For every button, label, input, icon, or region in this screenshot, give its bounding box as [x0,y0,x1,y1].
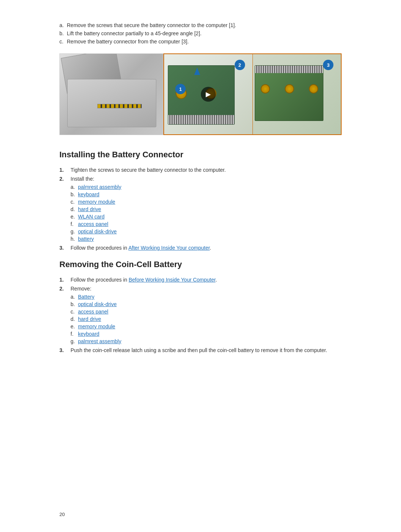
install-steps-list: 1. Tighten the screws to secure the batt… [59,167,342,251]
instruction-images: 1 2 ▶ 3 [59,53,342,135]
install-step-3: 3. Follow the procedures in After Workin… [59,245,342,251]
keyboard-remove-link[interactable]: keyboard [78,331,100,337]
hard-drive-link[interactable]: hard drive [78,206,101,212]
install-item-b: keyboard [71,191,342,197]
laptop-overview-image [59,53,163,135]
palmrest-assembly-remove-link[interactable]: palmrest assembly [78,338,121,344]
palmrest-assembly-link[interactable]: palmrest assembly [78,184,121,190]
access-panel-link[interactable]: access panel [78,221,108,227]
hard-drive-remove-link[interactable]: hard drive [78,316,101,322]
access-panel-remove-link[interactable]: access panel [78,309,108,315]
memory-module-remove-link[interactable]: memory module [78,324,115,329]
step-badge-2: 2 [235,60,245,70]
remove-item-a: Battery [71,294,342,300]
remove-step-1-text: Follow the procedures in [71,277,127,283]
remove-item-f: keyboard [71,331,342,337]
section2-title: Removing the Coin-Cell Battery [59,260,342,269]
remove-sub-list: Battery optical disk-drive access panel … [71,294,342,344]
battery-link[interactable]: battery [78,236,94,242]
after-working-link[interactable]: After Working Inside Your computer [128,245,210,251]
remove-step-1: 1. Follow the procedures in Before Worki… [59,277,342,283]
install-item-c: memory module [71,199,342,205]
install-step-1: 1. Tighten the screws to secure the batt… [59,167,342,173]
remove-step-3-text: Push the coin-cell release latch using a… [71,347,327,353]
connector-strip-illustration [97,104,142,108]
step-a-text: Remove the screws that secure the batter… [67,22,236,28]
install-item-e: WLAN card [71,214,342,220]
copper-pad-r3 [309,84,318,93]
step-c: Remove the battery connector from the co… [59,39,342,45]
section1-title: Installing the Battery Connector [59,150,342,160]
remove-item-c: access panel [71,309,342,315]
keyboard-link[interactable]: keyboard [78,191,100,197]
install-item-g: optical disk-drive [71,229,342,234]
install-step-3-text: Follow the procedures in [71,245,127,251]
battery-remove-link[interactable]: Battery [78,294,94,300]
remove-steps-list: 1. Follow the procedures in Before Worki… [59,277,342,353]
install-item-f: access panel [71,221,342,227]
install-item-h: battery [71,236,342,242]
install-step-1-text: Tighten the screws to secure the battery… [71,167,226,173]
detail-panel-left: 1 2 ▶ [164,54,253,134]
detail-panel-right: 3 [253,54,341,134]
laptop-base-illustration [67,79,156,127]
remove-item-b: optical disk-drive [71,301,342,307]
detail-images: 1 2 ▶ 3 [163,53,342,135]
step-badge-3: 3 [323,60,333,70]
pcb-right-illustration [255,65,323,121]
removal-steps-list: Remove the screws that secure the batter… [59,22,342,45]
install-item-d: hard drive [71,206,342,212]
optical-disk-drive-link[interactable]: optical disk-drive [78,229,117,234]
copper-pad-r1 [261,84,270,93]
remove-item-g: palmrest assembly [71,338,342,344]
step-a: Remove the screws that secure the batter… [59,22,342,28]
page-number: 20 [59,512,65,517]
wlan-card-link[interactable]: WLAN card [78,214,105,220]
step-b-text: Lift the battery connector partially to … [67,30,202,36]
optical-disk-remove-link[interactable]: optical disk-drive [78,301,117,307]
remove-step-1-end: . [215,277,217,283]
memory-module-link[interactable]: memory module [78,199,115,205]
remove-item-e: memory module [71,324,342,329]
copper-pad-r2 [285,84,294,93]
before-working-link[interactable]: Before Working Inside Your Computer [128,277,215,283]
remove-step-2-intro: Remove: [71,286,91,292]
install-item-a: palmrest assembly [71,184,342,190]
step-b: Lift the battery connector partially to … [59,30,342,36]
install-step-3-end: . [210,245,211,251]
install-step-2-intro: Install the: [71,176,94,182]
arrow-up-icon [194,68,200,75]
remove-item-d: hard drive [71,316,342,322]
step-badge-1: 1 [175,84,186,94]
install-step-2: 2. Install the: palmrest assembly keyboa… [59,176,342,242]
remove-step-3: 3. Push the coin-cell release latch usin… [59,347,342,353]
play-icon: ▶ [201,87,216,102]
install-sub-list: palmrest assembly keyboard memory module… [71,184,342,242]
remove-step-2: 2. Remove: Battery optical disk-drive ac… [59,286,342,344]
step-c-text: Remove the battery connector from the co… [67,39,189,45]
